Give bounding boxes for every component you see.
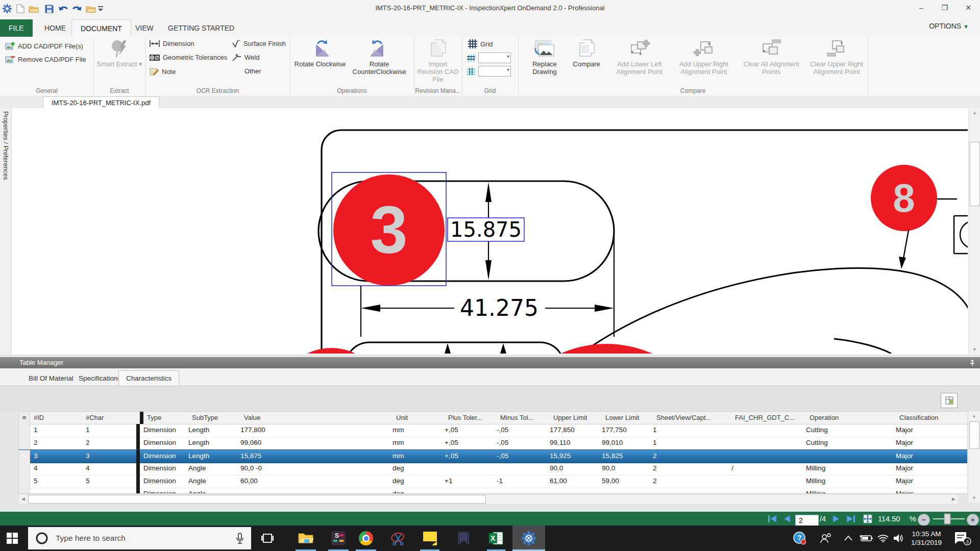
cell-subtype[interactable]: Length [185,437,237,449]
column-header-fai-chr-gdt-c-[interactable]: FAI_CHR_GDT_C... [731,412,806,424]
note-button[interactable]: Note [150,67,176,76]
tab-characteristics[interactable]: Characteristics [118,370,179,386]
column-header-classification[interactable]: Classification [896,412,967,424]
geometric-tolerances-button[interactable]: Geometric Tolerances [150,54,227,61]
cell-subtype[interactable]: Angle [185,488,237,494]
cell-classification[interactable]: Major [892,437,967,449]
row-header[interactable] [19,488,30,494]
first-page-button[interactable] [768,512,777,525]
dimension-41-275[interactable]: 41.275 [460,295,538,321]
tab-home[interactable]: HOME [36,19,75,37]
cell-value[interactable] [237,488,389,494]
cell-type[interactable]: Dimension [140,475,185,488]
cell-sheet-view-capt-[interactable]: 1 [649,424,728,437]
new-file-icon[interactable] [14,3,27,15]
rotate-counterclockwise-button[interactable]: Rotate CounterClockwise [347,38,411,76]
snipping-tool-taskbar-icon[interactable] [386,525,411,551]
cell-unit[interactable]: deg [389,462,441,475]
dimension-15-875[interactable]: 15.875 [450,218,522,241]
cell-upper-limit[interactable]: 90,0 [546,462,598,475]
cell-classification[interactable]: Major [892,424,967,437]
notification-center-button[interactable]: 3 [950,525,975,551]
smart-extract-button[interactable]: Smart Extract ▾ [96,38,142,68]
cell-operation[interactable]: Milling [802,462,892,475]
scroll-left-icon[interactable]: ◀ [19,494,28,503]
cell-sheet-view-capt-[interactable]: 1 [649,437,728,449]
show-hidden-icons-chevron[interactable] [840,525,856,551]
page-number-input[interactable]: 2 [795,515,819,526]
cell-value[interactable]: 15,875 [237,450,389,463]
cell--char[interactable]: 5 [82,475,136,488]
zoom-in-button[interactable]: + [967,514,979,526]
table-row-2[interactable]: 22DimensionLength99,060mm+,05-,0599,1109… [19,437,967,450]
cell-classification[interactable]: Major [892,450,967,463]
cell-minus-tol-[interactable]: -,05 [493,437,546,449]
column-header-minus-tol-[interactable]: Minus Tol... [497,412,550,424]
cell-value[interactable]: 99,060 [237,437,389,449]
dimension-button[interactable]: Dimension [150,40,194,47]
cell-type[interactable]: Dimension [140,450,185,463]
row-header[interactable] [19,424,30,437]
row-menu-icon[interactable]: ≡ [19,412,30,424]
fit-to-window-button[interactable] [863,512,873,525]
microphone-icon[interactable] [236,533,244,544]
column-header--char[interactable]: #Char [82,412,136,424]
grid-spacing-dropdown-1[interactable] [478,53,511,63]
canvas-scrollbar-thumb[interactable] [970,142,980,206]
previous-page-button[interactable] [783,512,791,525]
taskbar-clock[interactable]: 10:35 AM 1/31/2019 [908,530,945,547]
redo-icon[interactable] [71,3,83,15]
scroll-right-icon[interactable]: ▶ [949,494,958,503]
cell-lower-limit[interactable]: 59,00 [598,475,649,488]
cell-minus-tol-[interactable]: -1 [493,475,546,488]
task-view-button[interactable] [255,525,280,551]
sticky-notes-taskbar-icon[interactable] [418,525,442,551]
add-cad-pdf-button[interactable]: ADD CAD/PDF File(s) [5,42,83,51]
column-header-unit[interactable]: Unit [393,412,445,424]
table-row-6[interactable]: DimensionAngledegMillingMajor [19,488,967,494]
cell--char[interactable]: 1 [82,424,136,437]
cell-unit[interactable]: deg [389,488,441,494]
pin-icon[interactable] [969,359,976,366]
remove-cad-pdf-button[interactable]: Remove CAD/PDF File [5,55,86,64]
table-row-3[interactable]: ✎33DimensionLength15,875mm+,05-,0515,925… [19,449,967,463]
h-scrollbar-thumb[interactable] [28,495,486,504]
row-header[interactable] [19,475,30,488]
table-row-5[interactable]: 55DimensionAngle60,00deg+1-161,0059,002M… [19,475,967,488]
cell-upper-limit[interactable]: 15,925 [546,450,598,463]
add-upper-right-alignment-button[interactable]: Add Upper Right Alignment Point [673,38,734,76]
row-header[interactable] [19,462,30,475]
column-header-sheet-view-capt-[interactable]: Sheet/View/Capt... [653,412,731,424]
cell-sheet-view-capt-[interactable]: 2 [649,450,728,463]
cell-classification[interactable]: Major [892,488,967,494]
cell--id[interactable] [30,488,82,494]
table-manager-titlebar[interactable]: Table Manager [0,357,980,368]
file-explorer-taskbar-icon[interactable] [293,525,318,551]
cell-lower-limit[interactable]: 177,750 [598,424,649,437]
weld-button[interactable]: Weld [232,54,259,61]
cell--id[interactable]: 5 [30,475,82,488]
cell-type[interactable]: Dimension [140,462,185,475]
document-tab[interactable]: IMTS-20-16-PRT_METRIC-IX.pdf [43,96,159,109]
volume-tray-icon[interactable] [890,525,908,551]
cell-plus-toler-[interactable]: +1 [441,475,493,488]
cell-fai-chr-gdt-c-[interactable] [728,437,802,449]
scroll-down-icon[interactable]: ▼ [969,345,980,354]
clear-all-alignment-button[interactable]: Clear All Alignment Points [738,38,805,76]
table-scrollbar-thumb[interactable] [969,421,979,449]
column-header-value[interactable]: Value [240,412,393,424]
cell-lower-limit[interactable]: 15,825 [598,450,649,463]
cell-type[interactable]: Dimension [140,424,185,437]
scroll-up-icon[interactable]: ▲ [969,108,980,117]
cell--char[interactable]: 2 [82,437,136,449]
cell--id[interactable]: 2 [30,437,82,449]
wifi-tray-icon[interactable] [875,525,891,551]
cell-value[interactable]: 177,800 [237,424,389,437]
cell-classification[interactable]: Major [892,462,967,475]
cell-upper-limit[interactable]: 61,00 [546,475,598,488]
undo-icon[interactable] [57,3,69,15]
cell-operation[interactable]: Cutting [802,424,892,437]
grid-toggle-button[interactable]: Grid [468,39,493,48]
column-header-upper-limit[interactable]: Upper Limit [550,412,602,424]
table-row-4[interactable]: 44DimensionAngle90,0 -0deg90,090,02/Mill… [19,462,967,475]
